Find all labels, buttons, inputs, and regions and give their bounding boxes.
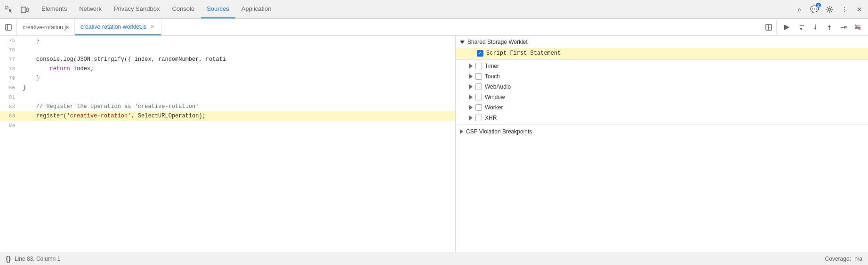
debugger-controls [776,21,868,34]
tab-elements[interactable]: Elements [36,0,72,18]
expand-touch-icon [469,74,473,79]
code-line-82: 82 // Register the operation as 'creativ… [0,102,455,111]
shared-storage-worklet-header[interactable]: Shared Storage Worklet [456,36,868,48]
script-first-statement-checkbox[interactable] [477,50,483,57]
status-bar: {} Line 83, Column 1 Coverage: n/a [0,252,868,265]
code-line-80: 80 } [0,83,455,92]
window-checkbox[interactable] [475,94,482,100]
settings-icon[interactable] [823,3,836,16]
expand-timer-icon [469,64,473,68]
expand-worker-icon [469,105,473,110]
svg-marker-14 [828,25,831,27]
svg-rect-4 [6,25,11,30]
breakpoints-panel: Shared Storage Worklet Script First Stat… [456,36,868,252]
file-tab-creative-rotation-js[interactable]: creative-rotation.js [17,19,75,35]
code-line-81: 81 [0,92,455,102]
collapse-panel-button[interactable] [761,24,776,31]
touch-checkbox[interactable] [475,73,482,80]
svg-rect-1 [21,7,26,13]
tab-sources[interactable]: Sources [201,0,235,18]
step-out-button[interactable] [823,21,836,34]
breakpoint-window[interactable]: Window [456,92,868,102]
worker-checkbox[interactable] [475,104,482,111]
main-content-area: 75 } 76 77 console.log(JSON.stringify({ … [0,36,868,252]
code-line-76: 76 [0,45,455,55]
tab-bar-right: » 💬 2 ⋮ ✕ [793,3,866,16]
tab-console[interactable]: Console [166,0,200,18]
expand-window-icon [469,95,473,99]
code-line-84: 84 [0,121,455,130]
code-line-77: 77 console.log(JSON.stringify({ index, r… [0,55,455,64]
file-tabs-bar: creative-rotation.js creative-rotation-w… [0,19,868,36]
cursor-type-icon: {} [6,255,11,263]
coverage-label: Coverage: [825,256,851,262]
code-line-79: 79 } [0,74,455,83]
tab-network[interactable]: Network [73,0,107,18]
expand-icon [460,41,465,44]
breakpoint-worker[interactable]: Worker [456,102,868,113]
breakpoint-xhr[interactable]: XHR [456,113,868,123]
code-line-75: 75 } [0,36,455,45]
expand-webaudio-icon [469,84,473,89]
breakpoint-timer[interactable]: Timer [456,61,868,71]
breakpoint-section: Shared Storage Worklet Script First Stat… [456,36,868,138]
webaudio-checkbox[interactable] [475,83,482,90]
expand-xhr-icon [469,116,473,120]
status-bar-left: {} Line 83, Column 1 [6,255,60,263]
expand-csp-icon [460,129,463,134]
close-file-tab-button[interactable]: ✕ [149,23,155,31]
devtools-tab-bar: Elements Network Privacy Sandbox Console… [0,0,868,19]
status-bar-right: Coverage: n/a [825,256,862,262]
file-tab-creative-rotation-worklet-js[interactable]: creative-rotation-worklet.js ✕ [75,19,161,35]
element-picker-icon[interactable] [2,3,15,16]
step-button[interactable] [837,21,850,34]
svg-marker-8 [785,25,789,30]
cursor-position: Line 83, Column 1 [15,256,60,262]
xhr-checkbox[interactable] [475,115,482,121]
svg-marker-12 [814,28,817,30]
step-into-button[interactable] [809,21,822,34]
breakpoint-webaudio[interactable]: WebAudio [456,82,868,92]
breakpoint-touch[interactable]: Touch [456,71,868,82]
coverage-value: n/a [854,256,862,262]
code-line-78: 78 return index; [0,64,455,74]
svg-rect-2 [27,8,28,12]
more-tabs-button[interactable]: » [793,3,806,16]
svg-point-10 [800,28,802,30]
chat-icon[interactable]: 💬 2 [808,3,821,16]
device-toolbar-icon[interactable] [18,3,31,16]
code-editor[interactable]: 75 } 76 77 console.log(JSON.stringify({ … [0,36,456,252]
deactivate-breakpoints-button[interactable] [851,21,864,34]
timer-checkbox[interactable] [475,63,482,69]
sidebar-toggle-button[interactable] [0,19,17,35]
more-options-icon[interactable]: ⋮ [838,3,851,16]
step-over-button[interactable] [795,21,808,34]
code-lines-container: 75 } 76 77 console.log(JSON.stringify({ … [0,36,455,130]
tab-application[interactable]: Application [236,0,277,18]
code-line-83: 83 register('creative-rotation', SelectU… [0,111,455,121]
resume-button[interactable] [780,21,794,34]
close-devtools-button[interactable]: ✕ [853,3,866,16]
devtools-top-icons [2,3,31,16]
csp-violation-breakpoints-header[interactable]: CSP Violation Breakpoints [456,125,868,138]
tab-privacy-sandbox[interactable]: Privacy Sandbox [108,0,166,18]
svg-point-3 [828,8,831,10]
svg-rect-0 [5,6,8,9]
script-first-statement-item[interactable]: Script First Statement [456,48,868,58]
